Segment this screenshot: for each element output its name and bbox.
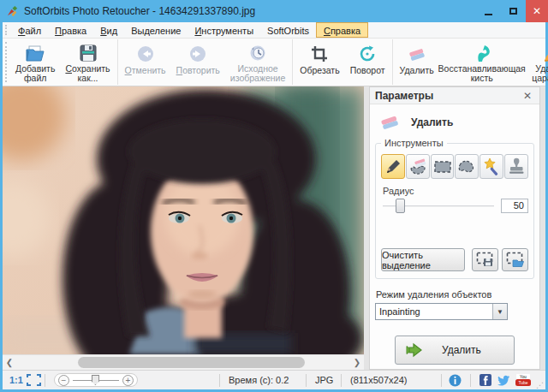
magic-wand-icon	[482, 157, 501, 176]
radius-slider[interactable]	[381, 198, 496, 214]
scrollbar-track[interactable]	[16, 355, 350, 370]
lasso-select-tool-button[interactable]	[455, 154, 479, 179]
info-icon[interactable]	[449, 374, 462, 387]
eraser-icon	[407, 44, 427, 64]
scroll-right-arrow[interactable]: ❯	[350, 355, 364, 371]
save-as-button[interactable]: Сохранить как...	[60, 40, 115, 84]
pencil-tool-button[interactable]	[381, 154, 405, 179]
menu-help[interactable]: Справка	[316, 22, 368, 38]
scrollbar-thumb[interactable]	[78, 357, 305, 368]
load-selection-button[interactable]	[502, 248, 528, 271]
rotate-label: Поворот	[350, 66, 385, 75]
save-as-icon	[79, 44, 98, 62]
selection-eraser-tool-button[interactable]	[406, 154, 430, 179]
undo-button[interactable]: Отменить	[120, 40, 171, 84]
panel-close-icon[interactable]: ✕	[521, 90, 534, 102]
undo-icon	[136, 44, 155, 64]
pencil-icon	[384, 158, 402, 175]
close-button[interactable]: ✕	[526, 0, 548, 22]
original-image-icon	[248, 44, 267, 62]
statusbar-icons: You Tube	[445, 374, 534, 387]
redo-icon	[188, 44, 207, 64]
tools-groupbox: Инструменты	[375, 143, 534, 279]
add-file-label: Добавить файл	[15, 64, 55, 83]
original-image-label: Исходное изображение	[230, 64, 285, 83]
save-selection-icon	[476, 252, 495, 268]
add-file-button[interactable]: Добавить файл	[10, 40, 60, 84]
facebook-icon[interactable]	[480, 374, 491, 386]
active-tool-label: Удалить	[411, 116, 453, 128]
lasso-select-icon	[456, 158, 477, 175]
crop-button[interactable]: Обрезать	[295, 40, 344, 84]
svg-text:You: You	[520, 375, 527, 379]
statusbar-separator	[341, 374, 342, 387]
apply-arrow-icon	[404, 341, 430, 359]
menu-tools[interactable]: Инструменты	[188, 22, 260, 38]
zoom-slider[interactable]	[73, 375, 119, 385]
toolbar-chunk-history: Отменить Повторить	[117, 39, 293, 85]
rotate-button[interactable]: Поворот	[345, 40, 390, 84]
toolbar-chunk-file: Добавить файл Сохранить как...	[9, 39, 117, 85]
remove-scratches-label: Удалить царапины	[530, 64, 548, 83]
window-controls: ✕	[476, 0, 548, 22]
image-dimensions: (811x507x24)	[345, 375, 438, 385]
minimize-button[interactable]	[476, 0, 501, 22]
crop-icon	[310, 44, 329, 64]
youtube-icon[interactable]: You Tube	[515, 374, 531, 386]
scroll-left-arrow[interactable]: ❮	[3, 355, 16, 371]
actual-size-button[interactable]: 1:1	[4, 375, 27, 385]
photo-canvas[interactable]	[3, 86, 364, 354]
zoom-in-button[interactable]: +	[122, 375, 134, 386]
statusbar-separator	[219, 374, 220, 387]
tools-groupbox-label: Инструменты	[381, 138, 447, 148]
magic-wand-tool-button[interactable]	[480, 154, 503, 179]
remove-scratches-button[interactable]: Удалить царапины	[525, 40, 548, 84]
rotate-icon	[358, 44, 377, 64]
zoom-slider-thumb[interactable]	[92, 375, 99, 385]
load-selection-icon	[506, 252, 525, 268]
maximize-button[interactable]	[501, 0, 526, 22]
toolbar: Добавить файл Сохранить как...	[3, 39, 545, 86]
menu-view[interactable]: Вид	[93, 22, 124, 38]
clone-stamp-icon	[507, 157, 526, 176]
add-file-icon	[25, 44, 45, 62]
combobox-arrow-button[interactable]: ▼	[492, 304, 507, 319]
statusbar-separator	[306, 374, 307, 387]
panel-header: Параметры ✕	[370, 87, 539, 104]
scratch-brush-icon	[542, 44, 548, 62]
zoom-out-button[interactable]: −	[58, 375, 69, 386]
redo-button[interactable]: Повторить	[171, 40, 225, 84]
save-as-label: Сохранить как...	[65, 64, 110, 83]
twitter-icon[interactable]	[497, 375, 510, 386]
clone-stamp-tool-button[interactable]	[504, 154, 528, 179]
app-icon	[6, 5, 19, 18]
app-window: SoftOrbits Photo Retoucher - 14634291337…	[0, 0, 548, 392]
selection-eraser-icon	[408, 157, 428, 176]
fit-screen-icon[interactable]	[27, 374, 41, 386]
radius-row: 50	[381, 198, 528, 214]
selection-buttons-row: Очистить выделение	[381, 248, 528, 271]
crop-label: Обрезать	[300, 66, 339, 75]
horizontal-scrollbar[interactable]: ❮ ❯	[3, 354, 364, 370]
svg-text:Tube: Tube	[518, 380, 527, 385]
menu-file[interactable]: Файл	[11, 22, 48, 38]
erase-button[interactable]: Удалить	[395, 40, 439, 84]
radius-slider-thumb[interactable]	[396, 199, 405, 213]
menu-selection[interactable]: Выделение	[124, 22, 188, 38]
original-image-button[interactable]: Исходное изображение	[225, 40, 290, 84]
menu-softorbits[interactable]: SoftOrbits	[260, 22, 316, 38]
healing-brush-label: Восстанавливающая кисть	[438, 64, 526, 83]
clear-selection-button[interactable]: Очистить выделение	[381, 248, 465, 271]
save-selection-button[interactable]	[472, 248, 498, 271]
mode-combobox[interactable]: Inpainting ▼	[375, 303, 508, 320]
eraser-icon	[378, 114, 401, 131]
apply-delete-button[interactable]: Удалить	[395, 336, 515, 365]
apply-delete-label: Удалить	[442, 344, 481, 356]
menubar-gripper	[5, 25, 9, 35]
menu-edit[interactable]: Правка	[48, 22, 93, 38]
radius-value-box[interactable]: 50	[501, 199, 528, 213]
healing-brush-button[interactable]: Восстанавливающая кисть	[439, 40, 525, 84]
rect-select-tool-button[interactable]	[431, 154, 455, 179]
title-bar: SoftOrbits Photo Retoucher - 14634291337…	[0, 0, 548, 22]
resize-grip[interactable]: ⋰	[536, 382, 544, 389]
